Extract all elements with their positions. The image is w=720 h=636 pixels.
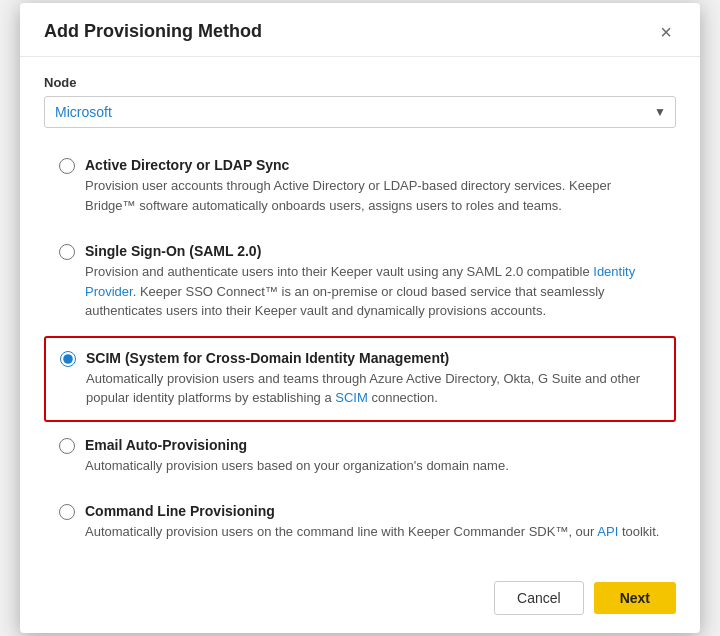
option-title-email: Email Auto-Provisioning bbox=[85, 437, 661, 453]
add-provisioning-dialog: Add Provisioning Method × Node Microsoft… bbox=[20, 3, 700, 633]
node-section: Node Microsoft ▼ bbox=[44, 75, 676, 128]
radio-col-email bbox=[59, 438, 75, 457]
link-scim[interactable]: SCIM bbox=[335, 390, 368, 405]
dialog-title: Add Provisioning Method bbox=[44, 21, 262, 42]
radio-col-scim bbox=[60, 351, 76, 370]
node-label: Node bbox=[44, 75, 676, 90]
option-email[interactable]: Email Auto-Provisioning Automatically pr… bbox=[44, 424, 676, 489]
option-desc-scim: Automatically provision users and teams … bbox=[86, 369, 660, 408]
dialog-footer: Cancel Next bbox=[20, 567, 700, 633]
next-button[interactable]: Next bbox=[594, 582, 676, 614]
close-button[interactable]: × bbox=[656, 22, 676, 42]
radio-sso[interactable] bbox=[59, 244, 75, 260]
radio-email[interactable] bbox=[59, 438, 75, 454]
option-title-cli: Command Line Provisioning bbox=[85, 503, 661, 519]
option-ad-ldap[interactable]: Active Directory or LDAP Sync Provision … bbox=[44, 144, 676, 228]
provisioning-options-list: Active Directory or LDAP Sync Provision … bbox=[44, 144, 676, 555]
radio-col-sso bbox=[59, 244, 75, 263]
radio-col-ad-ldap bbox=[59, 158, 75, 177]
option-scim[interactable]: SCIM (System for Cross-Domain Identity M… bbox=[44, 336, 676, 422]
option-content-ad-ldap: Active Directory or LDAP Sync Provision … bbox=[85, 157, 661, 215]
cancel-button[interactable]: Cancel bbox=[494, 581, 584, 615]
option-desc-cli: Automatically provision users on the com… bbox=[85, 522, 661, 542]
option-desc-sso: Provision and authenticate users into th… bbox=[85, 262, 661, 321]
option-content-sso: Single Sign-On (SAML 2.0) Provision and … bbox=[85, 243, 661, 321]
node-select-wrapper: Microsoft ▼ bbox=[44, 96, 676, 128]
option-title-sso: Single Sign-On (SAML 2.0) bbox=[85, 243, 661, 259]
radio-cli[interactable] bbox=[59, 504, 75, 520]
option-cli[interactable]: Command Line Provisioning Automatically … bbox=[44, 490, 676, 555]
option-content-scim: SCIM (System for Cross-Domain Identity M… bbox=[86, 350, 660, 408]
option-content-cli: Command Line Provisioning Automatically … bbox=[85, 503, 661, 542]
option-desc-ad-ldap: Provision user accounts through Active D… bbox=[85, 176, 661, 215]
radio-col-cli bbox=[59, 504, 75, 523]
dialog-body: Node Microsoft ▼ Active Directory or LDA… bbox=[20, 57, 700, 567]
node-select[interactable]: Microsoft bbox=[44, 96, 676, 128]
option-desc-email: Automatically provision users based on y… bbox=[85, 456, 661, 476]
radio-scim[interactable] bbox=[60, 351, 76, 367]
radio-ad-ldap[interactable] bbox=[59, 158, 75, 174]
dialog-header: Add Provisioning Method × bbox=[20, 3, 700, 57]
option-title-ad-ldap: Active Directory or LDAP Sync bbox=[85, 157, 661, 173]
option-title-scim: SCIM (System for Cross-Domain Identity M… bbox=[86, 350, 660, 366]
link-api[interactable]: API bbox=[597, 524, 618, 539]
option-content-email: Email Auto-Provisioning Automatically pr… bbox=[85, 437, 661, 476]
link-idp[interactable]: Identity Provider bbox=[85, 264, 635, 299]
option-sso[interactable]: Single Sign-On (SAML 2.0) Provision and … bbox=[44, 230, 676, 334]
